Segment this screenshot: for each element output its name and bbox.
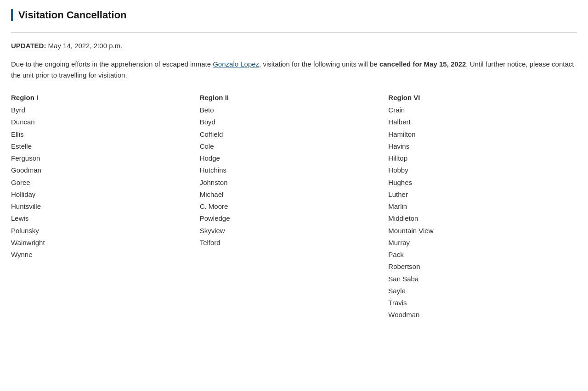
region-item: Luther (388, 189, 577, 201)
region-item: Wynne (11, 249, 200, 261)
region-item: Hobby (388, 164, 577, 176)
region-item: Middleton (388, 212, 577, 224)
regions-container: Region IByrdDuncanEllisEstelleFergusonGo… (11, 94, 577, 321)
region-item: Marlin (388, 201, 577, 212)
region-item: Pack (388, 249, 577, 261)
region-item: Crain (388, 104, 577, 116)
region-item: Boyd (200, 116, 389, 128)
region-item: Hamilton (388, 128, 577, 140)
updated-label: UPDATED: (11, 42, 46, 50)
region-item: Havins (388, 140, 577, 152)
region-item: Goree (11, 177, 200, 189)
region-item: Wainwright (11, 237, 200, 249)
region-item: Coffield (200, 128, 389, 140)
region-item: Cole (200, 140, 389, 152)
region-heading-2: Region II (200, 94, 389, 101)
region-item: Johnston (200, 177, 389, 189)
divider (11, 32, 577, 33)
region-item: Travis (388, 297, 577, 309)
region-item: Polunsky (11, 225, 200, 237)
region-item: Robertson (388, 261, 577, 273)
region-item: Sayle (388, 285, 577, 297)
updated-line: UPDATED: May 14, 2022, 2:00 p.m. (11, 42, 577, 50)
region-item: San Saba (388, 273, 577, 285)
region-item: Lewis (11, 212, 200, 224)
page-title: Visitation Cancellation (18, 9, 577, 21)
region-item: Halbert (388, 116, 577, 128)
region-heading-3: Region VI (388, 94, 577, 101)
region-item: Hodge (200, 152, 389, 164)
region-item: Mountain View (388, 225, 577, 237)
region-item: Skyview (200, 225, 389, 237)
region-column-3: Region VICrainHalbertHamiltonHavinsHillt… (388, 94, 577, 321)
region-item: C. Moore (200, 201, 389, 212)
region-item: Hutchins (200, 164, 389, 176)
region-item: Beto (200, 104, 389, 116)
region-item: Telford (200, 237, 389, 249)
region-item: Powledge (200, 212, 389, 224)
region-column-2: Region IIBetoBoydCoffieldColeHodgeHutchi… (200, 94, 389, 249)
region-item: Duncan (11, 116, 200, 128)
body-text-before-link: Due to the ongoing efforts in the appreh… (11, 60, 213, 68)
body-text-after-link: , visitation for the following units wil… (259, 60, 379, 68)
body-text: Due to the ongoing efforts in the appreh… (11, 59, 577, 81)
region-item: Woodman (388, 309, 577, 321)
page-header: Visitation Cancellation (11, 9, 577, 21)
region-item: Hughes (388, 177, 577, 189)
region-heading-1: Region I (11, 94, 200, 101)
cancelled-date: cancelled for May 15, 2022 (379, 60, 466, 68)
region-item: Huntsville (11, 201, 200, 212)
region-item: Michael (200, 189, 389, 201)
region-item: Goodman (11, 164, 200, 176)
region-item: Holliday (11, 189, 200, 201)
region-item: Estelle (11, 140, 200, 152)
region-item: Murray (388, 237, 577, 249)
region-column-1: Region IByrdDuncanEllisEstelleFergusonGo… (11, 94, 200, 261)
region-item: Ferguson (11, 152, 200, 164)
region-item: Hilltop (388, 152, 577, 164)
gonzalo-lopez-link[interactable]: Gonzalo Lopez (213, 60, 259, 68)
region-item: Byrd (11, 104, 200, 116)
updated-value: May 14, 2022, 2:00 p.m. (48, 42, 123, 50)
region-item: Ellis (11, 128, 200, 140)
